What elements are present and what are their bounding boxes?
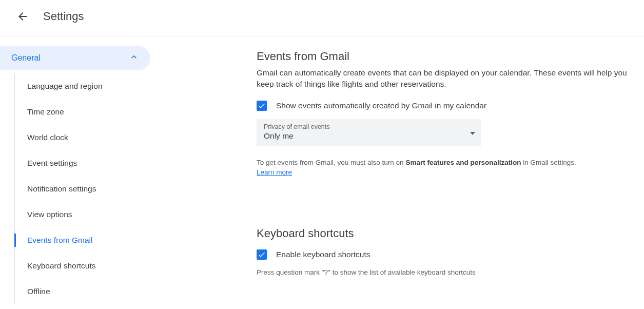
body: General Language and region Time zone Wo…: [0, 36, 644, 304]
privacy-select-value: Only me: [264, 131, 474, 141]
page-title: Settings: [43, 10, 84, 23]
sidebar-item-label: Time zone: [27, 107, 64, 117]
sidebar-item-world-clock[interactable]: World clock: [15, 125, 164, 150]
sidebar-item-view-options[interactable]: View options: [15, 202, 164, 227]
enable-shortcuts-checkbox-label: Enable keyboard shortcuts: [276, 250, 370, 259]
section-title: Events from Gmail: [257, 50, 636, 63]
main-content: Events from Gmail Gmail can automaticall…: [164, 36, 644, 304]
show-events-checkbox[interactable]: [257, 101, 267, 111]
note-prefix: To get events from Gmail, you must also …: [257, 159, 405, 166]
sidebar-item-label: World clock: [27, 133, 68, 142]
check-icon: [258, 102, 266, 110]
section-title: Keyboard shortcuts: [257, 227, 636, 240]
keyboard-shortcuts-section: Keyboard shortcuts Enable keyboard short…: [257, 227, 636, 278]
events-from-gmail-section: Events from Gmail Gmail can automaticall…: [257, 50, 636, 178]
sidebar-item-label: View options: [27, 210, 72, 219]
sidebar: General Language and region Time zone Wo…: [0, 36, 164, 304]
note-suffix: in Gmail settings.: [521, 159, 576, 166]
sidebar-item-label: Event settings: [27, 159, 77, 168]
shortcuts-hint: Press question mark "?" to show the list…: [257, 268, 636, 278]
enable-shortcuts-checkbox-row: Enable keyboard shortcuts: [257, 249, 636, 260]
show-events-checkbox-label: Show events automatically created by Gma…: [276, 101, 486, 110]
sidebar-item-label: Notification settings: [27, 184, 96, 194]
sidebar-item-event-settings[interactable]: Event settings: [15, 150, 164, 176]
back-button[interactable]: [12, 6, 33, 27]
sidebar-category-general[interactable]: General: [0, 46, 150, 70]
sidebar-subitems: Language and region Time zone World cloc…: [14, 73, 164, 304]
sidebar-item-offline[interactable]: Offline: [15, 279, 164, 304]
check-icon: [258, 250, 266, 259]
privacy-select-label: Privacy of email events: [264, 123, 474, 130]
show-events-checkbox-row: Show events automatically created by Gma…: [257, 101, 636, 111]
note-bold: Smart features and personalization: [405, 159, 521, 166]
privacy-select[interactable]: Privacy of email events Only me: [257, 119, 481, 146]
sidebar-item-label: Keyboard shortcuts: [27, 261, 96, 271]
events-note: To get events from Gmail, you must also …: [257, 158, 636, 178]
sidebar-category-label: General: [11, 53, 41, 63]
sidebar-item-label: Offline: [27, 287, 50, 296]
sidebar-item-events-from-gmail[interactable]: Events from Gmail: [15, 227, 164, 253]
header: Settings: [0, 0, 644, 36]
dropdown-arrow-icon: [470, 128, 475, 137]
learn-more-link[interactable]: Learn more: [257, 168, 292, 176]
sidebar-item-time-zone[interactable]: Time zone: [15, 99, 164, 125]
sidebar-item-keyboard-shortcuts[interactable]: Keyboard shortcuts: [15, 253, 164, 279]
sidebar-item-label: Events from Gmail: [27, 236, 92, 245]
arrow-left-icon: [16, 10, 29, 23]
section-description: Gmail can automatically create events th…: [257, 67, 636, 89]
sidebar-item-label: Language and region: [27, 82, 103, 91]
enable-shortcuts-checkbox[interactable]: [257, 249, 267, 260]
chevron-up-icon: [129, 52, 139, 64]
sidebar-item-notification-settings[interactable]: Notification settings: [15, 176, 164, 202]
sidebar-item-language-and-region[interactable]: Language and region: [15, 73, 164, 99]
